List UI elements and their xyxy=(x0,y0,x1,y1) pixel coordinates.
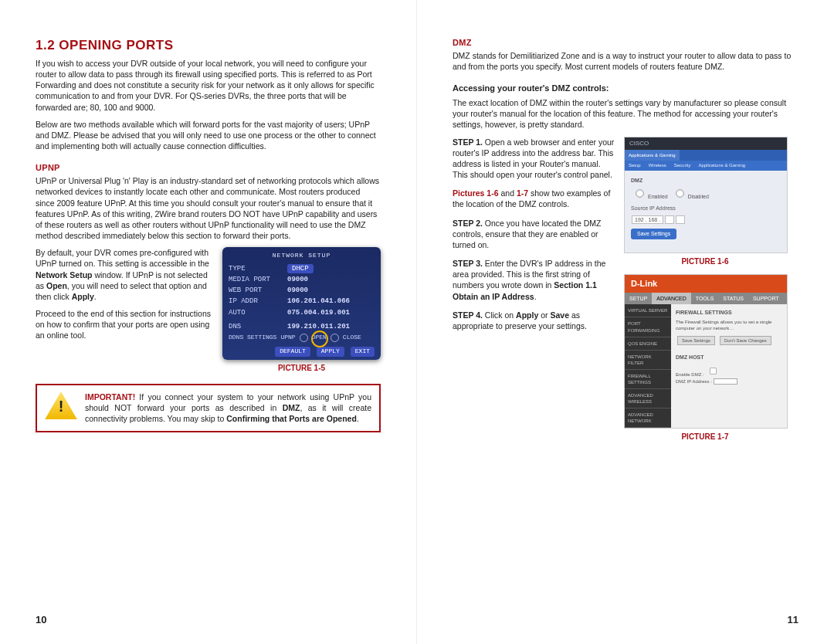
important-text: IMPORTANT! If you connect your system to… xyxy=(85,391,371,425)
steps-column: STEP 1. Open a web browser and enter you… xyxy=(453,137,615,340)
cisco-body: DMZ Enabled Disabled Source IP Address 1… xyxy=(625,171,787,253)
warning-triangle-icon xyxy=(45,391,77,419)
netwin-buttons: DEFAULT APPLY EXIT xyxy=(222,344,381,357)
intro-paragraph-2: Below are two methods available which wi… xyxy=(36,119,381,152)
dlink-tabs: SETUP ADVANCED TOOLS STATUS SUPPORT xyxy=(625,293,787,304)
cisco-save-button: Save Settings xyxy=(631,229,676,239)
left-page: 1.2 OPENING PORTS If you wish to access … xyxy=(0,0,417,644)
upnp-paragraph-2: By default, your DVR comes pre-configure… xyxy=(36,247,213,302)
cisco-ip-boxes: 192 . 168 . xyxy=(631,215,781,224)
step-4: STEP 4. Click on Apply or Save as approp… xyxy=(453,310,615,331)
upnp-text-column: By default, your DVR comes pre-configure… xyxy=(36,247,213,347)
heading-opening-ports: 1.2 OPENING PORTS xyxy=(36,37,381,55)
dhcp-badge: DHCP xyxy=(287,264,314,273)
apply-button: APPLY xyxy=(317,347,344,357)
radio-open-icon xyxy=(300,334,308,342)
dlink-save-button: Save Settings xyxy=(677,336,715,345)
radio-close-icon xyxy=(331,334,339,342)
picture-1-7-caption: PICTURE 1-7 xyxy=(624,432,786,442)
page-number-right: 11 xyxy=(788,613,798,627)
upnp-paragraph-1: UPnP or Universal Plug 'n' Play is an in… xyxy=(36,175,381,241)
dlink-ip-field xyxy=(714,378,738,385)
cisco-tabs: Applications & Gaming xyxy=(625,150,787,161)
cisco-logo: CISCO xyxy=(629,140,649,148)
intro-paragraph-1: If you wish to access your DVR outside o… xyxy=(36,58,381,113)
netwin-title: NETWORK SETUP xyxy=(222,252,381,260)
dlink-logo: D-Link xyxy=(625,275,787,293)
picture-1-6-caption: PICTURE 1-6 xyxy=(624,256,786,267)
pictures-note: Pictures 1-6 and 1-7 show two examples o… xyxy=(453,188,615,209)
dlink-enable-checkbox xyxy=(710,368,717,375)
picture-1-5-caption: PICTURE 1-5 xyxy=(222,363,381,374)
dlink-main: FIREWALL SETTINGS The Firewall Settings … xyxy=(671,304,787,428)
default-button: DEFAULT xyxy=(275,347,310,357)
exit-button: EXIT xyxy=(351,347,375,357)
upnp-figure-row: By default, your DVR comes pre-configure… xyxy=(36,247,381,373)
network-setup-figure: NETWORK SETUP TYPEDHCP MEDIA PORT09000 W… xyxy=(222,247,381,373)
step-3: STEP 3. Enter the DVR's IP address in th… xyxy=(453,258,615,302)
cisco-tab-active: Applications & Gaming xyxy=(625,150,680,161)
dlink-dont-save-button: Don't Save Changes xyxy=(720,336,771,345)
heading-router-dmz-controls: Accessing your router's DMZ controls: xyxy=(453,83,798,94)
heading-dmz: DMZ xyxy=(453,37,798,49)
cisco-router-panel: CISCO Applications & Gaming Setup Wirele… xyxy=(624,137,788,253)
cisco-disabled-radio xyxy=(676,189,683,197)
right-page: DMZ DMZ stands for Demilitiarized Zone a… xyxy=(417,0,834,644)
dmz-paragraph-1: DMZ stands for Demilitiarized Zone and i… xyxy=(453,50,798,72)
heading-upnp: UPNP xyxy=(36,162,381,174)
cisco-nav: Setup Wireless Security Applications & G… xyxy=(625,161,787,170)
step-1: STEP 1. Open a web browser and enter you… xyxy=(453,137,615,181)
cisco-enabled-radio xyxy=(636,189,643,197)
dlink-router-panel: D-Link SETUP ADVANCED TOOLS STATUS SUPPO… xyxy=(624,274,788,429)
upnp-paragraph-3: Proceed to the end of this section for i… xyxy=(36,308,213,341)
page-spread: 1.2 OPENING PORTS If you wish to access … xyxy=(0,0,834,644)
important-callout: IMPORTANT! If you connect your system to… xyxy=(36,384,381,432)
steps-and-thumbs-row: STEP 1. Open a web browser and enter you… xyxy=(453,137,798,442)
page-number-left: 10 xyxy=(36,613,46,627)
dlink-sidebar: VIRTUAL SERVER PORT FORWARDING QOS ENGIN… xyxy=(625,304,671,428)
network-setup-window: NETWORK SETUP TYPEDHCP MEDIA PORT09000 W… xyxy=(222,247,381,359)
ddns-upnp-row: DDNS SETTINGS UPNP OPEN CLOSE xyxy=(222,332,381,344)
step-2: STEP 2. Once you have located the DMZ co… xyxy=(453,218,615,251)
dmz-paragraph-2: The exact location of DMZ within the rou… xyxy=(453,97,798,130)
thumbnails-column: CISCO Applications & Gaming Setup Wirele… xyxy=(624,137,786,442)
